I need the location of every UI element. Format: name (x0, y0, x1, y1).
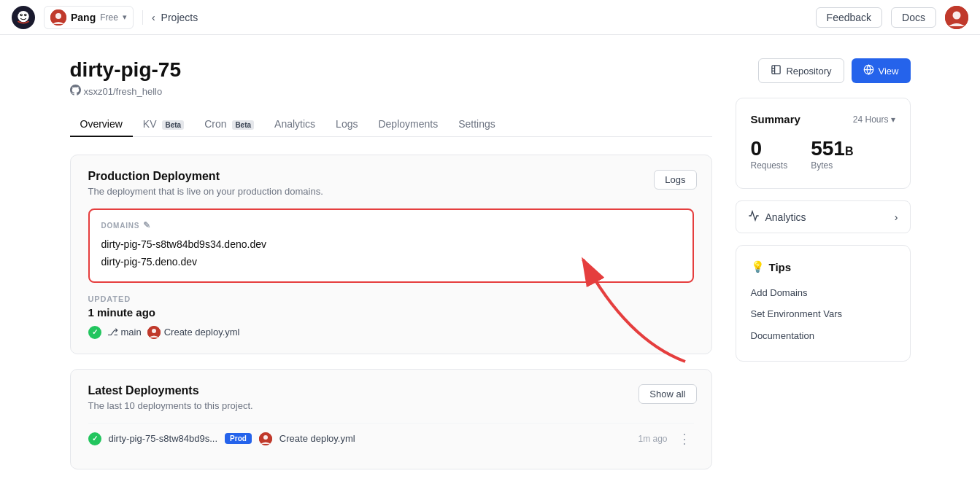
repo-icon (771, 64, 782, 77)
domains-label: DOMAINS ✎ (101, 220, 681, 230)
chevron-right-icon: › (895, 211, 898, 223)
tab-deployments[interactable]: Deployments (368, 112, 448, 137)
project-subtitle: xsxz01/fresh_hello (70, 85, 712, 98)
user-avatar-top[interactable] (945, 6, 968, 29)
globe-icon (863, 64, 874, 77)
deployment-action: Create deploy.yml (279, 433, 355, 444)
summary-stats: 0 Requests 551B Bytes (751, 137, 895, 171)
summary-card: Summary 24 Hours ▾ 0 Requests 551B Bytes (736, 98, 911, 189)
svg-point-7 (55, 13, 61, 19)
content-area: dirty-pig-75 xsxz01/fresh_hello Overview… (70, 58, 712, 484)
nav-separator (142, 10, 143, 25)
latest-deployments-title: Latest Deployments (88, 384, 694, 397)
projects-breadcrumb[interactable]: ‹ Projects (152, 12, 198, 23)
tips-title: 💡 Tips (751, 260, 895, 273)
summary-period[interactable]: 24 Hours ▾ (853, 114, 895, 125)
user-name: Pang (71, 12, 96, 23)
production-card-subtitle: The deployment that is live on your prod… (88, 186, 694, 197)
docs-button[interactable]: Docs (891, 7, 936, 28)
tab-logs[interactable]: Logs (325, 112, 368, 137)
logs-button[interactable]: Logs (654, 170, 696, 190)
requests-label: Requests (751, 160, 788, 171)
svg-point-4 (21, 14, 22, 15)
tab-kv[interactable]: KV Beta (133, 112, 194, 137)
branch-name: main (121, 327, 142, 338)
deno-logo (12, 6, 35, 29)
tab-analytics[interactable]: Analytics (264, 112, 325, 137)
updated-time: 1 minute ago (88, 306, 694, 319)
bytes-stat: 551B Bytes (811, 137, 853, 171)
prod-badge: Prod (225, 433, 252, 444)
deploy-row: ✓ ⎇ main Create deploy.yml (88, 326, 694, 339)
requests-stat: 0 Requests (751, 137, 788, 171)
svg-rect-15 (772, 66, 780, 74)
deployer-avatar (147, 326, 161, 339)
check-icon: ✓ (88, 326, 101, 339)
deployment-time: 1m ago (638, 434, 667, 444)
breadcrumb-chevron-icon: ‹ (152, 12, 155, 23)
domain-link-1[interactable]: dirty-pig-75-s8tw84bd9s34.deno.dev (101, 236, 681, 254)
deployment-avatar (259, 432, 272, 445)
deployment-name[interactable]: dirty-pig-75-s8tw84bd9s... (109, 433, 218, 444)
tips-env-vars[interactable]: Set Environment Vars (751, 303, 895, 324)
svg-point-1 (18, 10, 28, 21)
deploy-action[interactable]: Create deploy.yml (147, 326, 240, 339)
cron-badge: Beta (232, 120, 254, 130)
deployment-more-button[interactable]: ⋮ (675, 431, 694, 447)
deployment-check-icon: ✓ (88, 432, 101, 445)
deployment-item: ✓ dirty-pig-75-s8tw84bd9s... Prod Create… (88, 423, 694, 454)
user-plan: Free (100, 12, 118, 23)
tab-cron[interactable]: Cron Beta (194, 112, 264, 137)
svg-point-14 (263, 435, 268, 440)
tab-overview[interactable]: Overview (70, 112, 133, 137)
view-button[interactable]: View (852, 58, 911, 83)
repository-button[interactable]: Repository (758, 58, 844, 83)
tips-add-domains[interactable]: Add Domains (751, 282, 895, 303)
user-menu[interactable]: Pang Free ▾ (44, 6, 134, 29)
bytes-value: 551B (811, 137, 853, 160)
domain-link-2[interactable]: dirty-pig-75.deno.dev (101, 254, 681, 271)
svg-point-5 (25, 14, 26, 15)
topnav: Pang Free ▾ ‹ Projects Feedback Docs (0, 0, 980, 35)
tips-card: 💡 Tips Add Domains Set Environment Vars … (736, 245, 911, 362)
latest-deployments-subtitle: The last 10 deployments to this project. (88, 400, 694, 411)
github-icon (70, 85, 81, 98)
chevron-down-icon: ▾ (123, 12, 127, 22)
lightbulb-icon: 💡 (751, 260, 765, 273)
branch-label: ⎇ main (107, 327, 142, 338)
feedback-button[interactable]: Feedback (816, 7, 882, 28)
github-path: xsxz01/fresh_hello (84, 86, 163, 97)
analytics-icon (748, 210, 760, 224)
production-card-title: Production Deployment (88, 170, 694, 183)
tips-documentation[interactable]: Documentation (751, 325, 895, 346)
analytics-button[interactable]: Analytics › (736, 200, 911, 233)
tab-settings[interactable]: Settings (448, 112, 506, 137)
branch-icon: ⎇ (107, 327, 118, 338)
requests-value: 0 (751, 137, 788, 160)
summary-title: Summary (751, 113, 800, 125)
show-all-button[interactable]: Show all (638, 384, 696, 404)
sidebar-top-buttons: Repository View (736, 58, 911, 83)
sidebar: Repository View Summary 24 Hours ▾ 0 (736, 58, 911, 484)
edit-icon: ✎ (143, 220, 151, 230)
svg-point-9 (953, 11, 961, 19)
main-container: dirty-pig-75 xsxz01/fresh_hello Overview… (53, 35, 928, 503)
project-title: dirty-pig-75 (70, 58, 712, 82)
bytes-label: Bytes (811, 160, 853, 171)
latest-deployments-card: Show all Latest Deployments The last 10 … (70, 369, 712, 469)
svg-point-12 (152, 329, 156, 333)
production-deployment-card: Logs Production Deployment The deploymen… (70, 155, 712, 354)
kv-badge: Beta (162, 120, 184, 130)
summary-header: Summary 24 Hours ▾ (751, 113, 895, 125)
project-tabs: Overview KV Beta Cron Beta Analytics Log… (70, 112, 712, 137)
user-avatar (50, 9, 66, 26)
chevron-icon: ▾ (891, 114, 895, 125)
topnav-right: Feedback Docs (816, 6, 968, 29)
analytics-btn-left: Analytics (748, 210, 806, 224)
updated-label: UPDATED (88, 295, 694, 303)
projects-label: Projects (161, 12, 198, 23)
domains-box: DOMAINS ✎ dirty-pig-75-s8tw84bd9s34.deno… (88, 208, 694, 283)
